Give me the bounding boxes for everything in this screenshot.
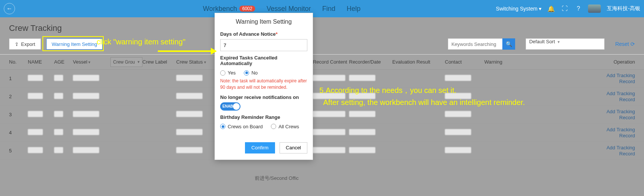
cell-name (28, 75, 43, 81)
cell-name (28, 93, 43, 99)
cell-age (54, 111, 63, 117)
cell-record (308, 129, 345, 135)
app-header: ← Workbench 6002 Vessel Monitor Find Hel… (0, 0, 644, 17)
help-icon[interactable]: ? (574, 5, 582, 12)
cell-status (176, 93, 203, 99)
switching-system-dropdown[interactable]: Switching System ▾ (496, 6, 541, 12)
expired-yes-radio[interactable]: Yes (220, 70, 236, 76)
reset-label: Reset (615, 41, 629, 47)
cell-status (176, 129, 203, 135)
nav-vessel-monitor[interactable]: Vessel Monitor (266, 5, 311, 13)
nav-label: Workbench (203, 5, 237, 13)
nav-workbench[interactable]: Workbench 6002 (203, 5, 255, 13)
cell-contact (445, 147, 471, 153)
radio-icon (271, 124, 276, 129)
search-icon: 🔍 (506, 41, 512, 47)
radio-icon (220, 70, 225, 76)
cell-age (54, 93, 63, 99)
cell-contact (445, 75, 471, 81)
cell-record (308, 147, 345, 153)
upload-icon: ⇪ (15, 41, 19, 47)
warning-item-setting-modal: Warning Item Setting Days of Advance Not… (215, 13, 313, 160)
partial-row-text: 前进号/Second Offic (255, 175, 299, 182)
fullscreen-icon[interactable]: ⛶ (561, 5, 568, 12)
cell-contact (445, 129, 471, 135)
cell-contact (445, 111, 471, 117)
annotation-arrow (158, 50, 216, 52)
toggle-knob (233, 103, 240, 110)
radio-icon (244, 70, 249, 76)
advance-notice-input[interactable] (220, 39, 307, 51)
cell-age (54, 147, 63, 153)
badge-count: 6002 (239, 6, 255, 12)
notif-off-label: No longer receive notifications on (220, 94, 307, 100)
cell-status (176, 147, 203, 153)
cell-vessel (73, 93, 99, 99)
reset-link[interactable]: Reset ⟳ (615, 41, 635, 47)
cancel-button[interactable]: Cancel (280, 142, 307, 153)
sort-value: Default Sort (529, 39, 555, 44)
search-button[interactable]: 🔍 (502, 38, 515, 50)
cell-vessel (73, 111, 99, 117)
annotation-explanation: 5.According to the needs，you can set it.… (319, 84, 582, 108)
avatar[interactable] (588, 5, 601, 13)
nav-find[interactable]: Find (322, 5, 335, 13)
highlight-rect (42, 36, 104, 51)
cell-date (349, 75, 375, 81)
advance-notice-label: Days of Advance Notice* (220, 31, 307, 37)
cell-date (349, 111, 375, 117)
cell-vessel (73, 75, 99, 81)
switching-system-label: Switching System (496, 6, 537, 12)
sort-select[interactable]: Default Sort (526, 38, 605, 50)
expire-note: Note: the task will automatically expire… (220, 78, 307, 91)
modal-title: Warning Item Setting (215, 13, 313, 31)
back-button[interactable]: ← (4, 3, 15, 14)
cell-record (308, 75, 345, 81)
cell-status (176, 75, 203, 81)
export-label: Export (21, 41, 35, 47)
cell-vessel (73, 129, 99, 135)
all-crews-radio[interactable]: All Crews (271, 124, 299, 129)
confirm-button[interactable]: Confirm (245, 142, 275, 153)
crews-on-board-radio[interactable]: Crews on Board (220, 124, 263, 129)
user-name: 互海科技-高银 (607, 5, 640, 12)
bell-icon[interactable]: 🔔 (547, 5, 555, 12)
refresh-icon: ⟳ (630, 41, 635, 47)
chevron-down-icon: ▾ (539, 6, 541, 12)
nav-help[interactable]: Help (347, 5, 361, 13)
cell-vessel (73, 147, 99, 153)
annotation-click-warning: click "warning item setting" (97, 38, 186, 46)
export-button[interactable]: ⇪ Export (9, 38, 41, 50)
cell-age (54, 75, 63, 81)
cell-date (349, 147, 375, 153)
expired-cancel-label: Expired Tasks Cancelled Automatically (220, 55, 307, 66)
birthday-range-label: Birthday Reminder Range (220, 114, 307, 120)
cell-age (54, 129, 63, 135)
cell-name (28, 147, 43, 153)
cell-date (349, 129, 375, 135)
cell-name (28, 111, 43, 117)
cell-status (176, 111, 203, 117)
radio-icon (220, 124, 225, 129)
notif-toggle[interactable]: ENABL (220, 102, 240, 111)
cell-name (28, 129, 43, 135)
search-input[interactable] (448, 38, 502, 50)
cell-record (308, 111, 345, 117)
expired-no-radio[interactable]: No (244, 70, 258, 76)
